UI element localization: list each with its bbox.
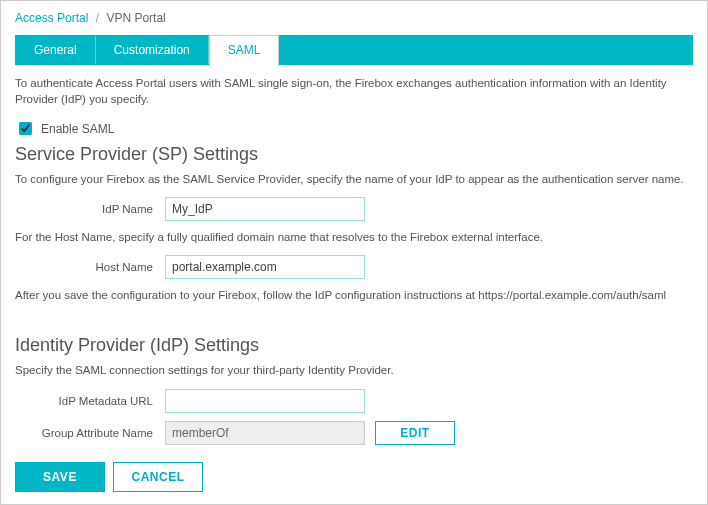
enable-saml-checkbox[interactable] [19, 122, 32, 135]
sp-help-2: For the Host Name, specify a fully quali… [15, 229, 693, 245]
host-name-input[interactable] [165, 255, 365, 279]
tab-bar: General Customization SAML [15, 35, 693, 65]
cancel-button[interactable]: CANCEL [113, 462, 203, 492]
enable-saml-label: Enable SAML [41, 122, 114, 136]
sp-heading: Service Provider (SP) Settings [15, 144, 693, 165]
group-attr-input [165, 421, 365, 445]
breadcrumb: Access Portal / VPN Portal [15, 11, 693, 25]
tab-general[interactable]: General [16, 36, 96, 64]
idp-heading: Identity Provider (IdP) Settings [15, 335, 693, 356]
idp-name-input[interactable] [165, 197, 365, 221]
footer-actions: SAVE CANCEL [15, 462, 203, 492]
idp-metadata-label: IdP Metadata URL [15, 395, 165, 407]
tab-saml[interactable]: SAML [209, 35, 280, 66]
edit-button[interactable]: EDIT [375, 421, 455, 445]
save-button[interactable]: SAVE [15, 462, 105, 492]
tab-customization[interactable]: Customization [96, 36, 209, 64]
intro-text: To authenticate Access Portal users with… [15, 75, 693, 107]
breadcrumb-root[interactable]: Access Portal [15, 11, 88, 25]
group-attr-label: Group Attribute Name [15, 427, 165, 439]
breadcrumb-separator: / [96, 11, 99, 25]
idp-help: Specify the SAML connection settings for… [15, 362, 693, 378]
sp-help-3: After you save the configuration to your… [15, 287, 693, 303]
idp-name-label: IdP Name [15, 203, 165, 215]
sp-help-1: To configure your Firebox as the SAML Se… [15, 171, 693, 187]
host-name-label: Host Name [15, 261, 165, 273]
idp-metadata-input[interactable] [165, 389, 365, 413]
breadcrumb-current: VPN Portal [106, 11, 165, 25]
